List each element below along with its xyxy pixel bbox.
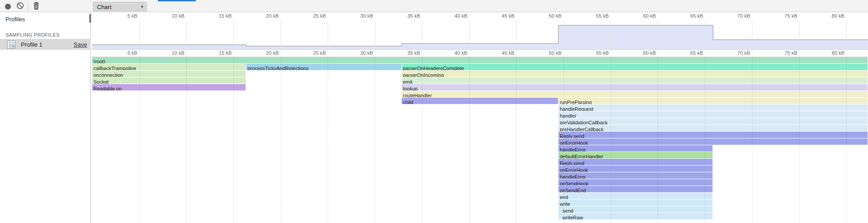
gridline bbox=[422, 20, 422, 49]
ruler-tick-label: 65 kB bbox=[679, 13, 703, 19]
gridline bbox=[611, 20, 611, 49]
clear-all-button[interactable] bbox=[15, 1, 25, 11]
ruler-tick-label: 5 kB bbox=[113, 50, 137, 56]
gridline bbox=[658, 20, 658, 49]
chevron-down-icon: ▾ bbox=[141, 4, 143, 9]
flame-frame-label: preValidationCallback bbox=[558, 120, 608, 124]
flame-frame[interactable]: end bbox=[558, 193, 713, 199]
ruler-tick-label: 40 kB bbox=[443, 50, 467, 56]
flame-frame[interactable]: lookup bbox=[402, 84, 868, 90]
gridline bbox=[752, 20, 752, 49]
ruler-tick-label: 35 kB bbox=[396, 13, 420, 19]
ruler-tick-label: 30 kB bbox=[349, 50, 373, 56]
flame-frame[interactable]: onSendEnd bbox=[558, 186, 713, 192]
flame-frame-label: (root) bbox=[92, 59, 105, 63]
flame-frame[interactable]: Reply.send bbox=[558, 159, 713, 165]
ruler-tick-label: 70 kB bbox=[726, 13, 750, 19]
flame-frame[interactable]: onErrorHook bbox=[558, 166, 713, 172]
flame-frame[interactable]: preHandlerCallback bbox=[558, 125, 868, 131]
flame-frame[interactable]: handleError bbox=[558, 145, 713, 152]
flame-frame[interactable]: _writeRaw bbox=[558, 213, 713, 219]
ruler-tick-label: 10 kB bbox=[160, 50, 184, 56]
flame-frame[interactable]: parserOnHeadersComplete bbox=[402, 64, 868, 70]
flame-frame-label: callbackTrampoline bbox=[92, 66, 136, 70]
profiles-heading: Profiles bbox=[5, 16, 25, 23]
ruler-tick-label: 80 kB bbox=[820, 50, 844, 56]
flame-frame-label: lookup bbox=[402, 86, 417, 90]
view-mode-select[interactable]: Chart ▾ bbox=[93, 2, 147, 11]
flame-frame-label: onErrorHook bbox=[558, 140, 588, 145]
ruler-tick-label: 50 kB bbox=[537, 13, 562, 19]
flame-frame[interactable]: callbackTrampoline bbox=[92, 64, 246, 70]
flame-frame[interactable]: preValidationCallback bbox=[558, 118, 868, 124]
ruler-tick-label: 75 kB bbox=[773, 50, 797, 56]
flame-frame-label: runPreParsing bbox=[558, 100, 592, 104]
save-link[interactable]: Save bbox=[73, 41, 87, 48]
flame-frame[interactable]: Socket bbox=[92, 77, 246, 84]
ruler-tick-label: 75 kB bbox=[773, 13, 797, 19]
flame-frame[interactable]: handler bbox=[558, 111, 868, 118]
gridline bbox=[516, 20, 517, 49]
flame-frame-label: Reply.send bbox=[558, 133, 584, 138]
profiles-sidebar: Profiles SAMPLING PROFILES % Profile 1 S… bbox=[0, 13, 91, 223]
flame-frame-label: _send bbox=[558, 208, 573, 213]
flame-frame[interactable]: write_ bbox=[558, 199, 713, 206]
flame-frame-label: processTicksAndRejections bbox=[246, 66, 309, 70]
gridline bbox=[328, 51, 328, 223]
flame-frame-label: handleError bbox=[558, 147, 586, 152]
flame-frame-label: handler bbox=[558, 113, 577, 118]
profile-name: Profile 1 bbox=[21, 41, 43, 48]
flame-frame-label: write_ bbox=[558, 201, 573, 206]
toolbar-separator bbox=[28, 2, 29, 10]
ruler-tick-label: 25 kB bbox=[301, 13, 326, 19]
delete-profile-button[interactable] bbox=[31, 1, 41, 11]
gridline bbox=[799, 20, 800, 49]
flame-frame[interactable]: defaultErrorHandler bbox=[558, 152, 713, 158]
flame-frame-label: Socket bbox=[92, 79, 109, 84]
flame-frame[interactable]: Readable.on bbox=[92, 84, 246, 90]
flame-frame[interactable]: handleError bbox=[558, 172, 713, 179]
ruler-tick-label: 55 kB bbox=[584, 50, 609, 56]
flame-frame-label: handleRequest bbox=[558, 106, 593, 111]
profile-list-item-selected[interactable]: % Profile 1 Save bbox=[0, 39, 91, 50]
flame-frame[interactable]: onconnection bbox=[92, 71, 246, 77]
flame-frame-label: onSendEnd bbox=[558, 188, 586, 192]
ruler-tick-label: 70 kB bbox=[726, 50, 750, 56]
flame-frame[interactable]: child bbox=[402, 98, 558, 104]
flame-frame-label: Reply.send bbox=[558, 161, 584, 165]
flame-frame[interactable]: onSendHook bbox=[558, 179, 713, 185]
gridline bbox=[281, 51, 281, 223]
ruler-tick-label: 45 kB bbox=[490, 13, 514, 19]
gridline bbox=[139, 20, 140, 49]
gridline bbox=[375, 20, 375, 49]
svg-text:%: % bbox=[11, 44, 15, 48]
flame-frame[interactable]: parserOnIncoming bbox=[402, 71, 868, 77]
flame-frame[interactable]: Reply.send bbox=[558, 132, 868, 138]
flame-frame[interactable]: onErrorHook bbox=[558, 138, 868, 145]
ruler-tick-label: 55 kB bbox=[584, 13, 609, 19]
profiler-toolbar: Chart ▾ bbox=[0, 0, 868, 12]
devtools-memory-profiler-panel: Chart ▾ Profiles SAMPLING PROFILES % Pro… bbox=[0, 0, 868, 223]
flame-frame[interactable]: processTicksAndRejections bbox=[246, 64, 401, 70]
gridline bbox=[469, 20, 470, 49]
flame-frame[interactable]: handleRequest bbox=[558, 104, 868, 111]
overview-bottom-border bbox=[91, 49, 868, 50]
flame-frame[interactable]: _send bbox=[558, 206, 713, 213]
ruler-tick-label: 15 kB bbox=[207, 13, 232, 19]
flame-frame-label: onSendHook bbox=[558, 181, 589, 185]
gridline bbox=[705, 20, 705, 49]
flame-frame-label: handleError bbox=[558, 174, 586, 179]
flame-frame-label: onErrorHook bbox=[558, 167, 588, 172]
overview-scrollbar-thumb[interactable] bbox=[89, 14, 91, 23]
flame-frame[interactable]: (root) bbox=[92, 57, 868, 63]
ruler-tick-label: 30 kB bbox=[349, 13, 373, 19]
flame-frame[interactable]: emit bbox=[402, 77, 868, 84]
ruler-tick-label: 65 kB bbox=[679, 50, 703, 56]
flame-frame-label: Readable.on bbox=[92, 86, 121, 90]
gridline bbox=[233, 20, 234, 49]
flame-frame[interactable]: routeHandler bbox=[402, 91, 868, 97]
record-button[interactable] bbox=[3, 1, 13, 11]
gridline bbox=[328, 20, 328, 49]
flame-frame[interactable]: runPreParsing bbox=[558, 98, 868, 104]
gridline bbox=[846, 20, 847, 49]
